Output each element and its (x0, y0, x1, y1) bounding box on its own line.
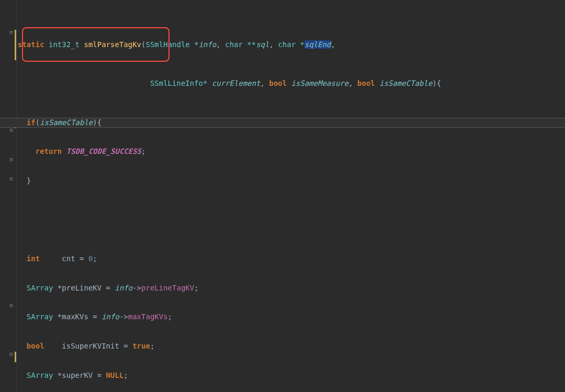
fold-icon[interactable]: ⊟ (9, 176, 14, 181)
code-line[interactable]: SSmlLineInfo* currElement, bool isSameMe… (18, 79, 565, 88)
code-line[interactable]: } (18, 176, 565, 186)
fold-icon[interactable]: ⊟ (9, 128, 14, 132)
fold-icon[interactable]: ⊟ (9, 30, 14, 35)
code-line[interactable]: static int32_t smlParseTagKv(SSmlHandle … (18, 40, 565, 50)
code-line[interactable] (18, 215, 565, 225)
code-line[interactable]: bool isSuperKVInit = true; (18, 341, 565, 351)
fold-icon[interactable]: ⊟ (9, 303, 14, 308)
code-editor[interactable]: ⊟ ⊟ ⊟ ⊟ ⊟ ⊟ ⊟ static int32_t smlParseTag… (0, 0, 565, 392)
code-line[interactable]: return TSDB_CODE_SUCCESS; (18, 147, 565, 156)
fold-icon[interactable]: ⊟ (9, 157, 14, 162)
code-line[interactable]: int cnt = 0; (18, 254, 565, 264)
code-line[interactable]: SArray *maxKVs = info->maxTagKVs; (18, 312, 565, 322)
code-content[interactable]: static int32_t smlParseTagKv(SSmlHandle … (18, 10, 565, 392)
code-line[interactable]: SArray *preLineKV = info->preLineTagKV; (18, 283, 565, 293)
code-line[interactable]: if(isSameCTable){ (18, 118, 565, 128)
change-marker (15, 352, 16, 362)
code-line[interactable]: SArray *superKV = NULL; (18, 371, 565, 380)
fold-icon[interactable]: ⊟ (9, 352, 14, 356)
gutter: ⊟ ⊟ ⊟ ⊟ ⊟ ⊟ ⊟ (0, 0, 17, 392)
change-marker (15, 30, 16, 60)
